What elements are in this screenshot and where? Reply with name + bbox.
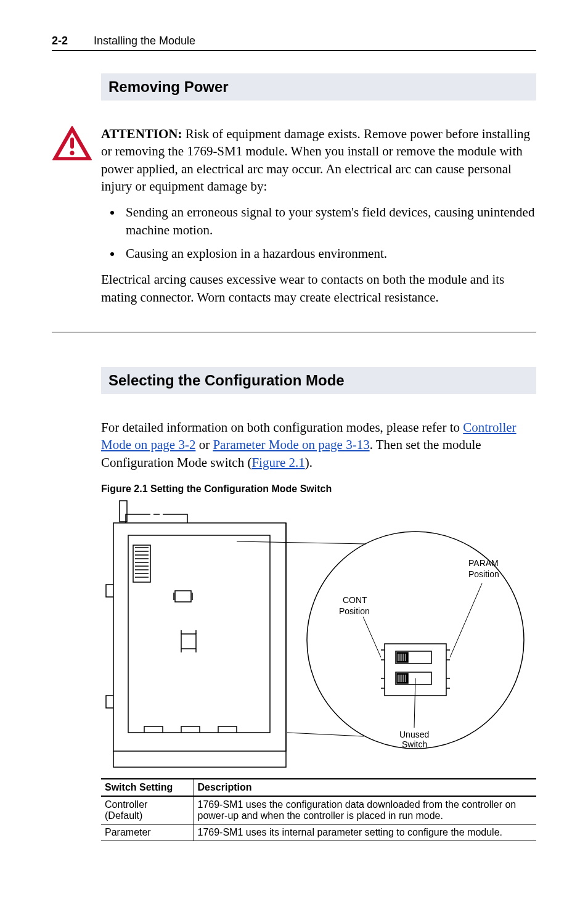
figure-label-switch: Switch (402, 739, 427, 749)
attention-label: ATTENTION: (101, 126, 182, 141)
page-number: 2-2 (52, 35, 68, 47)
attention-block: ATTENTION: Risk of equipment damage exis… (52, 125, 536, 332)
attention-outro: Electrical arcing causes excessive wear … (101, 271, 536, 306)
svg-rect-4 (113, 523, 286, 751)
svg-rect-17 (397, 673, 408, 683)
figure-label-cont-pos: Position (339, 606, 370, 616)
svg-rect-8 (175, 591, 191, 602)
setting-description: 1769-SM1 uses the configuration data dow… (194, 796, 536, 824)
figure-caption: Figure 2.1 Setting the Configuration Mod… (101, 483, 536, 495)
figure-label-param: PARAM (468, 558, 499, 568)
svg-rect-6 (128, 535, 270, 733)
setting-name: Parameter (105, 827, 151, 837)
section-heading-removing-power: Removing Power (101, 73, 536, 101)
svg-line-11 (237, 541, 366, 544)
setting-default: (Default) (105, 810, 142, 821)
table-row: Parameter 1769-SM1 uses its internal par… (101, 824, 536, 841)
table-header-setting: Switch Setting (101, 779, 194, 796)
svg-rect-16 (397, 652, 408, 662)
chapter-title: Installing the Module (94, 35, 195, 47)
svg-line-12 (287, 733, 364, 736)
svg-point-3 (70, 150, 74, 155)
warning-icon (52, 125, 101, 315)
para-text: For detailed information on both configu… (101, 420, 463, 435)
attention-bullet: Sending an erroneous signal to your syst… (122, 204, 536, 239)
section-heading-config-mode: Selecting the Configuration Mode (101, 367, 536, 394)
svg-line-30 (414, 678, 415, 728)
table-header-description: Description (194, 779, 536, 796)
svg-line-28 (450, 583, 482, 657)
attention-paragraph: ATTENTION: Risk of equipment damage exis… (101, 125, 536, 195)
table-row: Controller (Default) 1769-SM1 uses the c… (101, 796, 536, 824)
link-figure-2-1[interactable]: Figure 2.1 (251, 455, 304, 470)
svg-rect-7 (133, 545, 150, 582)
svg-rect-2 (70, 138, 74, 149)
setting-description: 1769-SM1 uses its internal parameter set… (194, 824, 536, 841)
page-header: 2-2 Installing the Module (52, 35, 536, 51)
link-parameter-mode[interactable]: Parameter Mode on page 3-13 (213, 437, 369, 452)
para-text: ). (305, 455, 312, 470)
config-mode-paragraph: For detailed information on both configu… (101, 419, 536, 471)
figure-label-cont: CONT (343, 595, 367, 605)
svg-rect-9 (181, 634, 196, 649)
figure-label-unused: Unused (399, 730, 429, 739)
attention-bullet: Causing an explosion in a hazardous envi… (122, 245, 536, 262)
svg-line-29 (363, 617, 381, 657)
switch-settings-table: Switch Setting Description Controller (D… (101, 778, 536, 841)
figure-2-1: PARAM Position CONT Position Unused Swit… (101, 498, 536, 772)
para-text: or (195, 437, 213, 452)
setting-name: Controller (105, 799, 147, 810)
attention-list: Sending an erroneous signal to your syst… (122, 204, 536, 262)
figure-label-param-pos: Position (468, 569, 499, 579)
